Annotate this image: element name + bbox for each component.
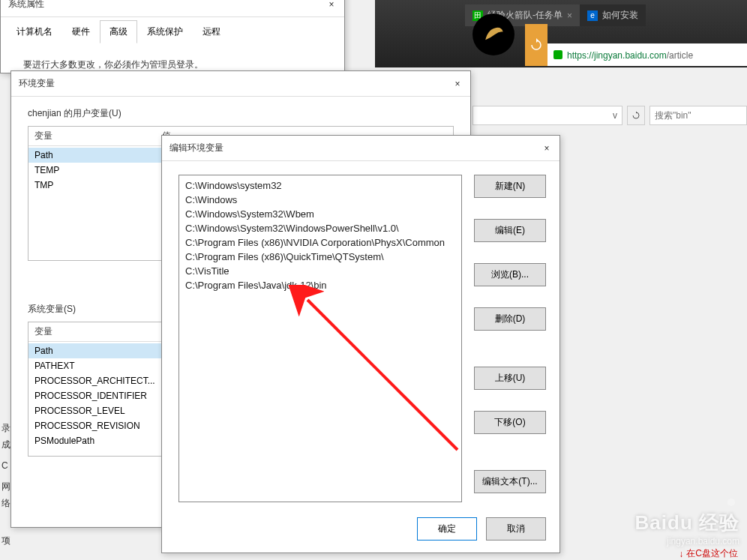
close-icon[interactable]: × <box>326 0 337 10</box>
down-arrow-icon: ↓ <box>679 549 683 559</box>
new-button[interactable]: 新建(N) <box>474 175 546 198</box>
envvars-title: 环境变量 <box>19 77 55 90</box>
close-icon[interactable]: × <box>542 143 552 154</box>
path-item[interactable]: C:\Windows\system32 <box>179 178 461 193</box>
browse-button[interactable]: 浏览(B)... <box>474 263 546 286</box>
bottom-annotation-text: ↓ 在C盘这个位 <box>679 547 738 560</box>
ok-button[interactable]: 确定 <box>417 517 477 541</box>
chevron-down-icon: v <box>613 110 617 121</box>
tab-remote[interactable]: 远程 <box>193 20 230 43</box>
path-values-listbox[interactable]: C:\Windows\system32 C:\Windows C:\Window… <box>178 175 462 502</box>
path-item[interactable]: C:\Program Files\Java\jdk-12\bin <box>179 278 461 292</box>
envvars-titlebar: 环境变量 × <box>11 71 470 97</box>
col-variable: 变量 <box>34 130 162 142</box>
edit-env-var-dialog: 编辑环境变量 × C:\Windows\system32 C:\Windows … <box>161 135 560 553</box>
browser-tab-inactive[interactable]: e 如何安装 <box>580 4 646 26</box>
tab-advanced[interactable]: 高级 <box>100 20 137 43</box>
path-item[interactable]: C:\Windows\System32\Wbem <box>179 207 461 221</box>
tab-computer-name[interactable]: 计算机名 <box>7 20 62 43</box>
explorer-refresh-button[interactable] <box>627 106 645 125</box>
col-variable: 变量 <box>34 325 162 338</box>
sysprops-titlebar: 系统属性 × <box>1 0 344 17</box>
moveup-button[interactable]: 上移(U) <box>474 367 546 390</box>
address-url: https://jingyan.baidu.com/article <box>567 49 693 61</box>
editdlg-footer: 确定 取消 <box>178 514 546 541</box>
tab-system-protection[interactable]: 系统保护 <box>137 20 193 43</box>
movedown-button[interactable]: 下移(O) <box>474 411 546 434</box>
path-item[interactable]: C:\Windows\System32\WindowsPowerShell\v1… <box>179 221 461 235</box>
refresh-icon <box>632 111 640 120</box>
path-item[interactable]: C:\Program Files (x86)\QuickTime\QTSyste… <box>179 250 461 264</box>
edittext-button[interactable]: 编辑文本(T)... <box>474 470 546 493</box>
edit-button[interactable]: 编辑(E) <box>474 219 546 242</box>
editdlg-title: 编辑环境变量 <box>170 142 224 154</box>
lock-icon <box>554 50 562 59</box>
explorer-breadcrumb[interactable]: v <box>472 106 622 125</box>
reload-icon <box>530 38 543 52</box>
browser-reload-button[interactable] <box>525 24 548 66</box>
sysprops-tabs: 计算机名 硬件 高级 系统保护 远程 <box>1 17 344 43</box>
sysprops-title: 系统属性 <box>8 0 44 10</box>
baidu-watermark: Baidu 经验 jingyan.baidu.com <box>635 494 740 547</box>
paw-icon <box>723 494 740 508</box>
editdlg-button-column: 新建(N) 编辑(E) 浏览(B)... 删除(D) 上移(U) 下移(O) 编… <box>474 175 546 502</box>
cancel-button[interactable]: 取消 <box>486 517 546 541</box>
explorer-toolbar: v <box>472 103 747 127</box>
browser-tab-strip: 田 经验火箭队-任务单 × e 如何安装 <box>375 0 747 26</box>
browser-address-bar[interactable]: https://jingyan.baidu.com/article <box>548 43 747 66</box>
system-properties-window: 系统属性 × 计算机名 硬件 高级 系统保护 远程 要进行大多数更改，你必须作为… <box>0 0 345 73</box>
tab-close-icon[interactable]: × <box>567 10 572 21</box>
tab-favicon-blue: e <box>587 10 598 21</box>
delete-button[interactable]: 删除(D) <box>474 307 546 331</box>
browser-tab-label: 如何安装 <box>602 9 638 22</box>
path-item[interactable]: C:\VisTitle <box>179 264 461 278</box>
explorer-search-input[interactable] <box>650 106 747 125</box>
user-vars-label: chenjian 的用户变量(U) <box>28 107 454 120</box>
close-icon[interactable]: × <box>452 79 463 89</box>
path-item[interactable]: C:\Windows <box>179 193 461 207</box>
browser-logo-cheetah <box>472 13 514 55</box>
tab-hardware[interactable]: 硬件 <box>62 20 100 43</box>
path-item[interactable]: C:\Program Files (x86)\NVIDIA Corporatio… <box>179 235 461 250</box>
editdlg-titlebar: 编辑环境变量 × <box>162 136 560 161</box>
